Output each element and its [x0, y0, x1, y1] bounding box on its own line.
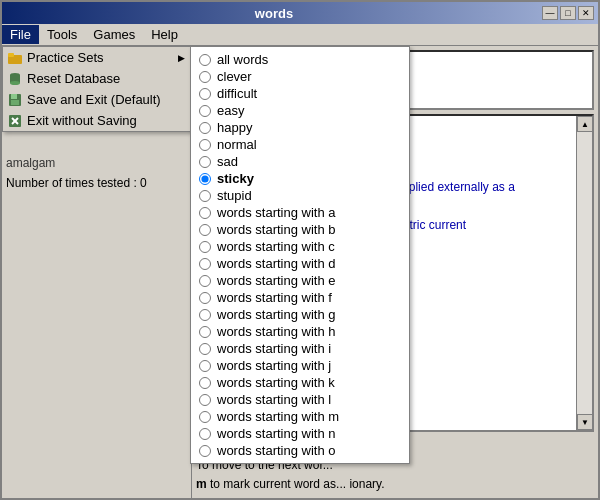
radio-label-all-words: all words	[217, 52, 268, 67]
times-tested-value: 0	[140, 176, 147, 190]
radio-words-g[interactable]: words starting with g	[191, 306, 409, 323]
maximize-button[interactable]: □	[560, 6, 576, 20]
radio-words-d[interactable]: words starting with d	[191, 255, 409, 272]
radio-input-easy[interactable]	[199, 105, 211, 117]
radio-input-sticky[interactable]	[199, 173, 211, 185]
radio-words-l[interactable]: words starting with l	[191, 391, 409, 408]
radio-label-words-f: words starting with f	[217, 290, 332, 305]
radio-input-words-j[interactable]	[199, 360, 211, 372]
radio-label-difficult: difficult	[217, 86, 257, 101]
menu-file[interactable]: File	[2, 25, 39, 44]
radio-input-normal[interactable]	[199, 139, 211, 151]
menu-help[interactable]: Help	[143, 25, 186, 44]
radio-input-difficult[interactable]	[199, 88, 211, 100]
radio-words-n[interactable]: words starting with n	[191, 425, 409, 442]
radio-normal[interactable]: normal	[191, 136, 409, 153]
instruction-mark-text: to mark current word as...	[207, 477, 350, 491]
radio-input-words-f[interactable]	[199, 292, 211, 304]
radio-clever[interactable]: clever	[191, 68, 409, 85]
menu-games[interactable]: Games	[85, 25, 143, 44]
radio-input-all-words[interactable]	[199, 54, 211, 66]
radio-words-o[interactable]: words starting with o	[191, 442, 409, 459]
radio-label-words-b: words starting with b	[217, 222, 336, 237]
radio-words-e[interactable]: words starting with e	[191, 272, 409, 289]
radio-words-f[interactable]: words starting with f	[191, 289, 409, 306]
close-button[interactable]: ✕	[578, 6, 594, 20]
radio-label-clever: clever	[217, 69, 252, 84]
radio-words-j[interactable]: words starting with j	[191, 357, 409, 374]
reset-database-label: Reset Database	[27, 71, 120, 86]
save-icon	[7, 92, 23, 108]
radio-words-k[interactable]: words starting with k	[191, 374, 409, 391]
radio-input-stupid[interactable]	[199, 190, 211, 202]
radio-words-m[interactable]: words starting with m	[191, 408, 409, 425]
svg-rect-1	[8, 53, 14, 57]
menu-tools[interactable]: Tools	[39, 25, 85, 44]
radio-input-words-e[interactable]	[199, 275, 211, 287]
radio-words-b[interactable]: words starting with b	[191, 221, 409, 238]
radio-input-words-h[interactable]	[199, 326, 211, 338]
radio-words-i[interactable]: words starting with i	[191, 340, 409, 357]
radio-label-sad: sad	[217, 154, 238, 169]
radio-words-c[interactable]: words starting with c	[191, 238, 409, 255]
minimize-button[interactable]: —	[542, 6, 558, 20]
radio-input-words-c[interactable]	[199, 241, 211, 253]
radio-label-words-c: words starting with c	[217, 239, 335, 254]
radio-difficult[interactable]: difficult	[191, 85, 409, 102]
radio-label-words-a: words starting with a	[217, 205, 336, 220]
svg-rect-6	[11, 94, 17, 99]
left-panel: Practice Sets Reset Database	[2, 46, 192, 498]
radio-label-words-m: words starting with m	[217, 409, 339, 424]
radio-input-words-k[interactable]	[199, 377, 211, 389]
menu-bar: File Tools Games Help	[2, 24, 598, 46]
radio-input-words-i[interactable]	[199, 343, 211, 355]
radio-input-words-b[interactable]	[199, 224, 211, 236]
radio-label-sticky: sticky	[217, 171, 254, 186]
radio-input-words-n[interactable]	[199, 428, 211, 440]
radio-label-words-o: words starting with o	[217, 443, 336, 458]
file-dropdown: Practice Sets Reset Database	[2, 46, 192, 132]
menu-save-exit[interactable]: Save and Exit (Default)	[3, 89, 191, 110]
menu-reset-database[interactable]: Reset Database	[3, 68, 191, 89]
amalgam-label: amalgam	[6, 156, 187, 170]
radio-easy[interactable]: easy	[191, 102, 409, 119]
radio-input-clever[interactable]	[199, 71, 211, 83]
radio-input-words-m[interactable]	[199, 411, 211, 423]
radio-input-happy[interactable]	[199, 122, 211, 134]
instruction-mark-bold: m	[196, 477, 207, 491]
radio-all-words[interactable]: all words	[191, 51, 409, 68]
radio-stupid[interactable]: stupid	[191, 187, 409, 204]
radio-input-words-l[interactable]	[199, 394, 211, 406]
radio-label-happy: happy	[217, 120, 252, 135]
radio-input-sad[interactable]	[199, 156, 211, 168]
scroll-up-button[interactable]: ▲	[577, 116, 593, 132]
svg-rect-7	[11, 100, 19, 105]
radio-words-h[interactable]: words starting with h	[191, 323, 409, 340]
menu-practice-sets[interactable]: Practice Sets	[3, 47, 191, 68]
radio-label-easy: easy	[217, 103, 244, 118]
below-menu-content: amalgam Number of times tested : 0	[2, 152, 191, 196]
scroll-track	[577, 132, 592, 414]
radio-input-words-o[interactable]	[199, 445, 211, 457]
radio-sticky[interactable]: sticky	[191, 170, 409, 187]
instruction-mark: m to mark current word as... ionary.	[196, 475, 594, 494]
menu-exit-no-save[interactable]: Exit without Saving	[3, 110, 191, 131]
window-controls: — □ ✕	[542, 6, 594, 20]
radio-label-stupid: stupid	[217, 188, 252, 203]
radio-label-words-h: words starting with h	[217, 324, 336, 339]
radio-input-words-g[interactable]	[199, 309, 211, 321]
scroll-down-button[interactable]: ▼	[577, 414, 593, 430]
practice-sets-submenu: all words clever difficult easy happy no…	[190, 46, 410, 464]
radio-happy[interactable]: happy	[191, 119, 409, 136]
radio-input-words-a[interactable]	[199, 207, 211, 219]
save-exit-label: Save and Exit (Default)	[27, 92, 161, 107]
radio-label-words-d: words starting with d	[217, 256, 336, 271]
exit-no-save-label: Exit without Saving	[27, 113, 137, 128]
radio-input-words-d[interactable]	[199, 258, 211, 270]
radio-sad[interactable]: sad	[191, 153, 409, 170]
title-bar: words — □ ✕	[2, 2, 598, 24]
svg-point-4	[10, 81, 20, 85]
main-window: words — □ ✕ File Tools Games Help	[0, 0, 600, 500]
radio-label-words-e: words starting with e	[217, 273, 336, 288]
radio-words-a[interactable]: words starting with a	[191, 204, 409, 221]
